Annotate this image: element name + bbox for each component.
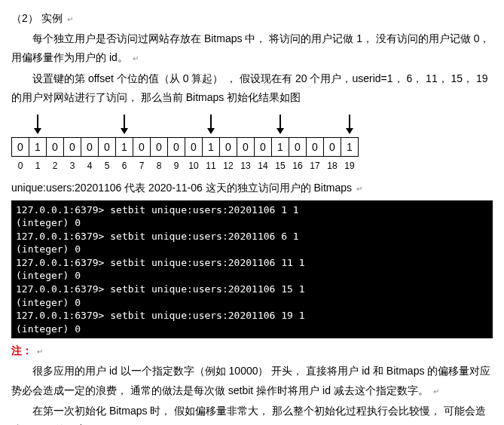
paragraph-3: unique:users:20201106 代表 2020-11-06 这天的独… [11,179,493,197]
arrow-cell [289,115,306,137]
index-cell: 1 [29,158,47,175]
paragraph-4: 很多应用的用户 id 以一个指定数字（例如 10000） 开头， 直接将用户 i… [11,362,493,399]
index-row: 012345678910111213141516171819 [11,158,493,175]
pilcrow-icon: ↵ [37,347,43,356]
bit-cell: 1 [29,137,47,157]
index-cell: 3 [63,158,81,175]
terminal-line: (integer) 0 [16,243,488,256]
paragraph-1: 每个独立用户是否访问过网站存放在 Bitmaps 中， 将访问的用户记做 1， … [11,29,493,67]
note-label: 注： [11,344,32,356]
index-cell: 7 [133,158,151,175]
index-cell: 6 [115,158,133,175]
bit-cell: 0 [46,137,64,157]
terminal-line: (integer) 0 [16,216,488,230]
bit-cell: 0 [323,137,341,157]
arrow-cell [81,115,98,137]
paragraph-5-text: 在第一次初始化 Bitmaps 时， 假如偏移量非常大， 那么整个初始化过程执行… [11,405,486,425]
terminal-block: 127.0.0.1:6379> setbit unique:users:2020… [11,200,493,338]
bit-cell: 0 [167,137,185,157]
terminal-line: 127.0.0.1:6379> setbit unique:users:2020… [16,309,488,323]
index-cell: 19 [341,158,359,175]
section-heading: （2） 实例 ↵ [11,9,493,28]
arrow-cell [341,115,358,137]
terminal-line: (integer) 0 [16,323,488,336]
index-cell: 2 [46,158,64,175]
index-cell: 10 [185,158,203,175]
bit-cell: 0 [237,137,255,157]
bit-cell: 0 [81,137,99,157]
arrow-cell [254,115,271,137]
bit-cell: 1 [115,137,133,157]
pilcrow-icon: ↵ [433,387,439,396]
section-title: 实例 [41,12,63,24]
bit-cell: 1 [271,137,289,157]
pilcrow-icon: ↵ [356,185,362,193]
down-arrow-icon [271,115,289,134]
bit-cell: 0 [254,137,272,157]
bit-cell: 0 [63,137,81,157]
paragraph-1-text: 每个独立用户是否访问过网站存放在 Bitmaps 中， 将访问的用户记做 1， … [11,32,490,63]
bit-cell: 0 [11,137,29,157]
arrow-cell [11,115,29,137]
index-cell: 16 [289,158,307,175]
index-cell: 9 [167,158,185,175]
paragraph-3-text: unique:users:20201106 代表 2020-11-06 这天的独… [11,182,352,194]
arrow-cell [98,115,115,137]
bit-cell: 1 [341,137,359,157]
down-arrow-icon [115,115,133,134]
bit-cell: 0 [98,137,116,157]
pilcrow-icon: ↵ [67,15,73,23]
index-cell: 12 [219,158,237,175]
index-cell: 14 [254,158,272,175]
arrow-cell [133,115,150,137]
pilcrow-icon: ↵ [133,54,139,63]
index-cell: 17 [306,158,324,175]
bit-cell: 0 [289,137,307,157]
arrow-cell [115,115,133,137]
bit-cell: 0 [219,137,237,157]
arrow-cell [46,115,63,137]
arrow-cell [185,115,202,137]
bitmap-diagram: 01000010000100010001 0123456789101112131… [11,115,493,175]
arrow-cell [219,115,237,137]
paragraph-2: 设置键的第 offset 个位的值（从 0 算起） ， 假设现在有 20 个用户… [11,69,493,107]
paragraph-5: 在第一次初始化 Bitmaps 时， 假如偏移量非常大， 那么整个初始化过程执行… [11,402,493,425]
index-cell: 15 [271,158,289,175]
terminal-line: (integer) 0 [16,296,488,310]
arrow-cell [202,115,219,137]
index-cell: 18 [323,158,341,175]
index-cell: 13 [237,158,255,175]
paragraph-4-text: 很多应用的用户 id 以一个指定数字（例如 10000） 开头， 直接将用户 i… [11,365,490,396]
bit-row: 01000010000100010001 [11,137,493,157]
arrow-cell [167,115,185,137]
section-num: （2） [11,12,38,24]
arrow-cell [29,115,46,137]
index-cell: 11 [202,158,220,175]
index-cell: 8 [150,158,168,175]
down-arrow-icon [341,115,358,134]
arrow-row [11,115,493,137]
arrow-cell [306,115,323,137]
terminal-line: 127.0.0.1:6379> setbit unique:users:2020… [16,203,488,217]
terminal-line: 127.0.0.1:6379> setbit unique:users:2020… [16,256,488,270]
bit-cell: 1 [202,137,220,157]
down-arrow-icon [29,115,46,134]
down-arrow-icon [202,115,219,134]
arrow-cell [150,115,167,137]
terminal-line: 127.0.0.1:6379> setbit unique:users:2020… [16,283,488,296]
index-cell: 4 [81,158,99,175]
bit-cell: 0 [150,137,168,157]
bit-cell: 0 [306,137,324,157]
note-heading: 注： ↵ [11,341,493,360]
terminal-line: (integer) 0 [16,269,488,283]
terminal-line: 127.0.0.1:6379> setbit unique:users:2020… [16,230,488,243]
arrow-cell [237,115,254,137]
bit-cell: 0 [185,137,203,157]
arrow-cell [63,115,81,137]
bit-cell: 0 [133,137,151,157]
paragraph-2-text: 设置键的第 offset 个位的值（从 0 算起） ， 假设现在有 20 个用户… [11,72,488,103]
arrow-cell [323,115,341,137]
arrow-cell [271,115,289,137]
index-cell: 0 [11,158,29,175]
index-cell: 5 [98,158,116,175]
